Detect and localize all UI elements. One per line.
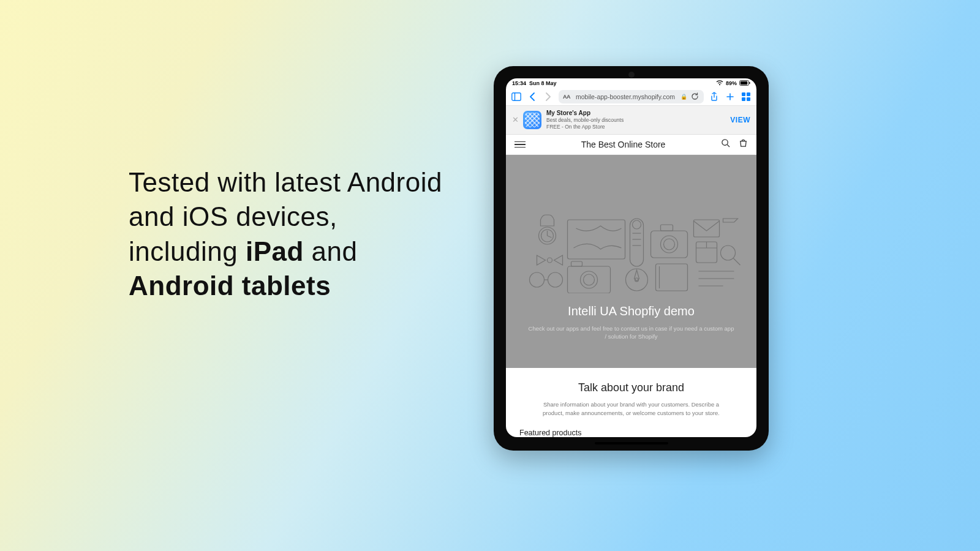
search-icon[interactable] (721, 138, 730, 150)
new-tab-icon[interactable] (725, 91, 736, 102)
svg-point-22 (581, 271, 598, 288)
reload-icon[interactable] (691, 92, 699, 101)
battery-icon (739, 80, 750, 86)
svg-rect-39 (694, 220, 720, 237)
svg-rect-33 (651, 231, 688, 258)
headline-part-2: and (304, 236, 358, 266)
svg-rect-3 (512, 93, 521, 100)
status-left: 15:34 Sun 8 May (512, 80, 557, 86)
svg-rect-2 (749, 82, 750, 84)
reader-aa-icon[interactable]: AA (563, 94, 570, 100)
svg-point-23 (584, 274, 595, 285)
svg-point-27 (633, 220, 641, 229)
svg-rect-8 (747, 92, 750, 96)
status-time: 15:34 (512, 80, 526, 86)
wifi-icon (716, 80, 723, 86)
featured-heading: Featured products (506, 424, 756, 437)
svg-rect-10 (747, 97, 750, 101)
status-date: Sun 8 May (529, 80, 557, 86)
lock-icon: 🔒 (680, 94, 687, 100)
ios-status-bar: 15:34 Sun 8 May 89% (506, 78, 756, 88)
hero-illustration (514, 214, 748, 293)
status-right: 89% (716, 80, 750, 86)
svg-point-17 (548, 258, 552, 263)
hero-title: Intelli UA Shopfiy demo (568, 304, 695, 318)
svg-point-43 (721, 246, 736, 260)
brand-section: Talk about your brand Share information … (506, 368, 756, 424)
svg-rect-24 (571, 261, 582, 266)
svg-rect-37 (656, 264, 688, 291)
svg-point-35 (661, 236, 678, 253)
svg-rect-1 (741, 81, 748, 84)
svg-line-16 (548, 236, 552, 238)
headline-bold-android-tablets: Android tablets (129, 271, 331, 301)
app-meta: My Store's App Best deals, mobile-only d… (546, 110, 725, 130)
svg-rect-7 (742, 92, 745, 96)
ipad-screen: 15:34 Sun 8 May 89% (506, 78, 756, 437)
brand-subtitle: Share information about your brand with … (533, 400, 729, 418)
hero-section: Intelli UA Shopfiy demo Check out our ap… (506, 155, 756, 368)
svg-rect-26 (630, 219, 644, 266)
svg-point-19 (548, 272, 563, 287)
address-bar[interactable]: AA mobile-app-booster.myshopify.com 🔒 (559, 90, 704, 103)
app-subtitle: Best deals, mobile-only discounts (546, 117, 725, 124)
svg-rect-25 (568, 220, 625, 259)
view-button[interactable]: VIEW (730, 116, 750, 124)
app-icon (523, 111, 541, 129)
svg-point-36 (664, 239, 675, 250)
safari-toolbar: AA mobile-app-booster.myshopify.com 🔒 (506, 88, 756, 106)
svg-point-18 (530, 272, 545, 287)
close-icon[interactable]: ✕ (512, 115, 518, 124)
share-icon[interactable] (709, 91, 720, 102)
store-header: The Best Online Store (506, 135, 756, 155)
svg-rect-34 (661, 225, 673, 231)
sidebar-icon[interactable] (511, 91, 522, 102)
smart-app-banner: ✕ My Store's App Best deals, mobile-only… (506, 106, 756, 135)
front-camera (628, 72, 635, 78)
app-title: My Store's App (546, 110, 725, 118)
brand-title: Talk about your brand (519, 381, 743, 394)
battery-percent: 89% (726, 80, 737, 86)
svg-line-12 (727, 145, 729, 148)
headline-bold-ipad: iPad (246, 236, 304, 266)
promo-canvas: Tested with latest Android and iOS devic… (0, 0, 980, 551)
svg-rect-9 (742, 97, 745, 101)
url-text: mobile-app-booster.myshopify.com (574, 93, 677, 100)
tabs-grid-icon[interactable] (741, 91, 752, 102)
cart-icon[interactable] (739, 138, 748, 150)
hamburger-icon[interactable] (514, 141, 526, 148)
forward-icon (543, 91, 554, 102)
hero-subtitle: Check out our apps and feel free to cont… (527, 324, 736, 341)
svg-point-11 (722, 140, 728, 145)
svg-line-44 (734, 258, 741, 265)
store-title: The Best Online Store (526, 140, 721, 149)
home-indicator[interactable] (595, 442, 668, 444)
svg-rect-21 (568, 266, 611, 293)
ipad-device-frame: 15:34 Sun 8 May 89% (494, 66, 769, 451)
back-icon[interactable] (527, 91, 538, 102)
app-price: FREE - On the App Store (546, 124, 725, 130)
svg-point-31 (626, 269, 648, 291)
promo-headline: Tested with latest Android and iOS devic… (129, 165, 447, 303)
